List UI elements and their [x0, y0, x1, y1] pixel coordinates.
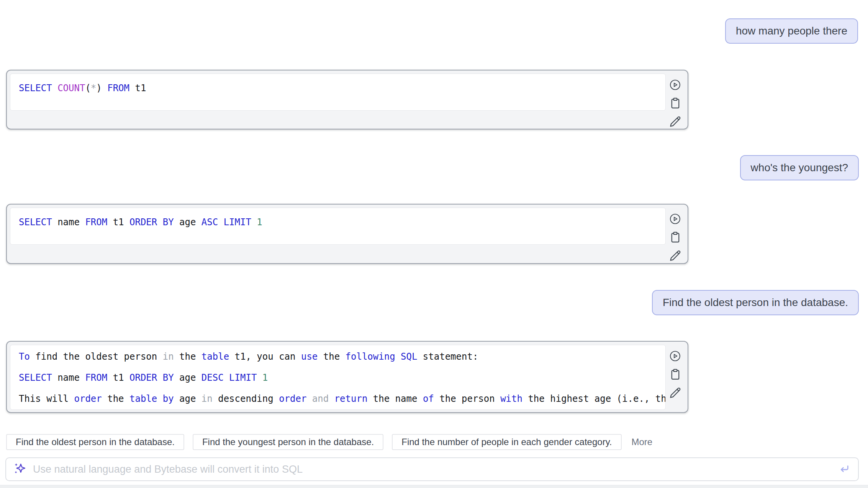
- edit-sql-button[interactable]: [669, 115, 682, 128]
- suggestion-chip-gender-count[interactable]: Find the number of people in each gender…: [392, 434, 621, 450]
- natural-language-input[interactable]: [32, 463, 838, 476]
- sql-code: SELECT COUNT(*) FROM t1: [10, 74, 666, 111]
- copy-sql-button[interactable]: [669, 97, 682, 110]
- copy-sql-button[interactable]: [669, 368, 682, 381]
- suggestion-chip-youngest[interactable]: Find the youngest person in the database…: [193, 434, 383, 450]
- sql-explanation-text: To find the oldest person in the table t…: [10, 345, 666, 410]
- suggestion-chip-oldest[interactable]: Find the oldest person in the database.: [6, 434, 184, 450]
- sql-code: SELECT name FROM t1 ORDER BY age ASC LIM…: [10, 208, 666, 245]
- assistant-sql-block: SELECT name FROM t1 ORDER BY age ASC LIM…: [6, 204, 688, 264]
- bytebase-sql-chat-panel: how many people there SELECT COUNT(*) FR…: [0, 0, 868, 488]
- assistant-explanation-block: To find the oldest person in the table t…: [6, 341, 688, 413]
- code-toolbar: [666, 208, 685, 262]
- edit-sql-button[interactable]: [669, 386, 682, 399]
- suggestion-chips-row: Find the oldest person in the database. …: [6, 434, 652, 450]
- more-suggestions-link[interactable]: More: [632, 437, 653, 447]
- user-message-bubble: how many people there: [725, 18, 858, 44]
- code-toolbar: [666, 74, 685, 128]
- run-query-button[interactable]: [669, 349, 682, 362]
- user-message-bubble: Find the oldest person in the database.: [652, 290, 859, 315]
- edit-sql-button[interactable]: [669, 249, 682, 262]
- code-toolbar: [666, 345, 685, 399]
- return-icon[interactable]: [838, 463, 850, 476]
- bottom-divider: [0, 485, 868, 488]
- run-query-button[interactable]: [669, 78, 682, 91]
- sparkles-icon: [13, 462, 27, 477]
- run-query-button[interactable]: [669, 212, 682, 225]
- copy-sql-button[interactable]: [669, 231, 682, 244]
- user-message-bubble: who's the youngest?: [740, 155, 859, 180]
- assistant-sql-block: SELECT COUNT(*) FROM t1: [6, 70, 688, 129]
- nl-to-sql-composer: [5, 457, 859, 481]
